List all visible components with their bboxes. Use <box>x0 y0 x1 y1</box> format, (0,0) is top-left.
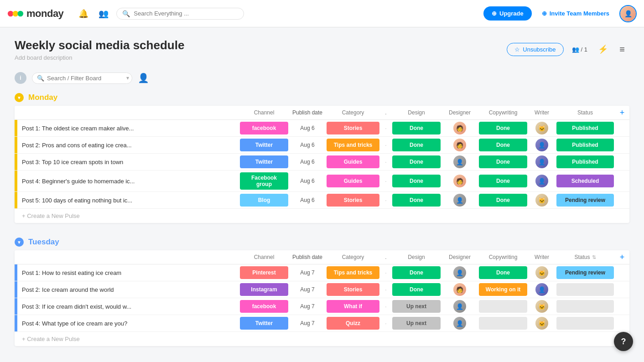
cell-design[interactable]: Done <box>391 171 441 191</box>
cell-category[interactable]: Tips and tricks <box>326 137 380 153</box>
status-badge-empty[interactable] <box>556 300 614 313</box>
category-badge[interactable]: Stories <box>327 122 379 134</box>
status-badge-empty[interactable] <box>556 317 614 330</box>
cell-channel[interactable]: Twitter <box>239 154 289 170</box>
person-filter-button[interactable]: 👤 <box>138 72 149 83</box>
create-pulse-monday[interactable]: + Create a New Pulse <box>15 209 629 223</box>
group-collapse-tuesday[interactable]: ▼ <box>15 238 24 247</box>
channel-badge[interactable]: Twitter <box>240 317 288 330</box>
cell-status[interactable]: Pending review <box>556 264 615 281</box>
unsubscribe-button[interactable]: ☆ Unsubscribe <box>507 43 563 56</box>
cell-design[interactable]: Done <box>391 281 441 298</box>
cell-category[interactable]: Quizz <box>326 315 380 331</box>
copywriting-badge-empty[interactable] <box>479 317 527 330</box>
cell-channel[interactable]: facebook <box>239 298 289 315</box>
row-name[interactable]: Post 2: Ice cream around the world <box>17 281 239 298</box>
row-name[interactable]: Post 5: 100 days of eating nothing but i… <box>17 192 239 208</box>
cell-channel[interactable]: Twitter <box>239 137 289 153</box>
status-sort-icon[interactable]: ⇅ <box>592 254 596 260</box>
cell-design[interactable]: Done <box>391 264 441 281</box>
invite-button[interactable]: ⊕ Invite Team Members <box>537 7 614 20</box>
category-badge[interactable]: Stories <box>327 283 379 296</box>
row-name[interactable]: Post 4: What type of ice cream are you? <box>17 315 239 331</box>
cell-category[interactable]: Stories <box>326 192 380 208</box>
copywriting-badge[interactable]: Done <box>479 175 527 187</box>
cell-copywriting[interactable]: Working on it <box>478 281 528 298</box>
cell-copywriting[interactable] <box>478 298 528 315</box>
search-input[interactable] <box>134 10 238 17</box>
board-description[interactable]: Add board description <box>15 54 184 61</box>
cell-copywriting[interactable]: Done <box>478 171 528 191</box>
filter-dropdown-icon[interactable]: ▾ <box>126 75 129 81</box>
channel-badge[interactable]: Twitter <box>240 139 288 151</box>
group-title-tuesday[interactable]: Tuesday <box>28 238 59 247</box>
info-button[interactable]: i <box>15 72 26 84</box>
category-badge[interactable]: Guides <box>327 155 379 168</box>
channel-badge[interactable]: facebook <box>240 300 288 313</box>
cell-channel[interactable]: Twitter <box>239 315 289 331</box>
cell-channel[interactable]: Pinterest <box>239 264 289 281</box>
status-badge[interactable]: Published <box>556 122 614 134</box>
cell-category[interactable]: Tips and tricks <box>326 264 380 281</box>
copywriting-badge-empty[interactable] <box>479 300 527 313</box>
upgrade-button[interactable]: ⊕ Upgrade <box>483 6 532 21</box>
design-badge[interactable]: Done <box>392 194 441 207</box>
global-search-bar[interactable]: 🔍 <box>116 8 244 20</box>
design-badge[interactable]: Up next <box>392 317 441 330</box>
cell-category[interactable]: Guides <box>326 171 380 191</box>
cell-copywriting[interactable]: Done <box>478 137 528 153</box>
user-avatar-ring[interactable]: 👤 <box>619 5 637 22</box>
channel-badge[interactable]: Pinterest <box>240 266 288 279</box>
channel-badge[interactable]: facebook <box>240 122 288 134</box>
cell-category[interactable]: Stories <box>326 281 380 298</box>
cell-status[interactable]: Published <box>556 137 615 153</box>
cell-category[interactable]: What if <box>326 298 380 315</box>
design-badge[interactable]: Done <box>392 122 441 134</box>
cell-channel[interactable]: Blog <box>239 192 289 208</box>
channel-badge[interactable]: Instagram <box>240 283 288 296</box>
cell-design[interactable]: Up next <box>391 315 441 331</box>
search-filter-bar[interactable]: 🔍 ▾ <box>32 72 132 84</box>
cell-category[interactable]: Stories <box>326 120 380 136</box>
category-badge[interactable]: Tips and tricks <box>327 266 379 279</box>
category-badge[interactable]: Stories <box>327 194 379 207</box>
row-name[interactable]: Post 3: Top 10 ice cream spots in town <box>17 154 239 170</box>
group-title-monday[interactable]: Monday <box>28 93 57 102</box>
cell-design[interactable]: Done <box>391 154 441 170</box>
channel-badge[interactable]: Blog <box>240 194 288 207</box>
cell-copywriting[interactable]: Done <box>478 120 528 136</box>
status-badge[interactable]: Scheduled <box>556 175 614 187</box>
notifications-button[interactable]: 🔔 <box>76 6 91 21</box>
group-collapse-monday[interactable]: ▼ <box>15 93 24 102</box>
cell-design[interactable]: Up next <box>391 298 441 315</box>
status-badge[interactable]: Published <box>556 155 614 168</box>
status-badge[interactable]: Pending review <box>556 194 614 207</box>
design-badge[interactable]: Done <box>392 155 441 168</box>
menu-button[interactable]: ≡ <box>615 42 629 57</box>
status-badge[interactable]: Published <box>556 139 614 151</box>
create-pulse-tuesday[interactable]: + Create a New Pulse <box>15 332 629 346</box>
team-button[interactable]: 👥 <box>96 6 111 21</box>
members-button[interactable]: 👥 / 1 <box>568 44 591 55</box>
cell-channel[interactable]: Facebook group <box>239 171 289 191</box>
copywriting-badge[interactable]: Done <box>479 155 527 168</box>
cell-design[interactable]: Done <box>391 192 441 208</box>
row-name[interactable]: Post 4: Beginner's guide to homemade ic.… <box>17 171 239 191</box>
design-badge[interactable]: Up next <box>392 300 441 313</box>
category-badge[interactable]: Tips and tricks <box>327 139 379 151</box>
cell-copywriting[interactable]: Done <box>478 192 528 208</box>
cell-design[interactable]: Done <box>391 137 441 153</box>
row-name[interactable]: Post 3: If ice cream didn't exist, would… <box>17 298 239 315</box>
cell-design[interactable]: Done <box>391 120 441 136</box>
category-badge[interactable]: Guides <box>327 175 379 187</box>
status-badge-empty[interactable] <box>556 283 614 296</box>
category-badge[interactable]: Quizz <box>327 317 379 330</box>
channel-badge[interactable]: Facebook group <box>240 172 288 190</box>
activity-button[interactable]: ⚡ <box>596 42 610 57</box>
copywriting-badge[interactable]: Done <box>479 139 527 151</box>
cell-copywriting[interactable] <box>478 315 528 331</box>
status-badge[interactable]: Pending review <box>556 266 614 279</box>
cell-channel[interactable]: Instagram <box>239 281 289 298</box>
cell-status[interactable]: Published <box>556 120 615 136</box>
cell-status[interactable]: Scheduled <box>556 171 615 191</box>
